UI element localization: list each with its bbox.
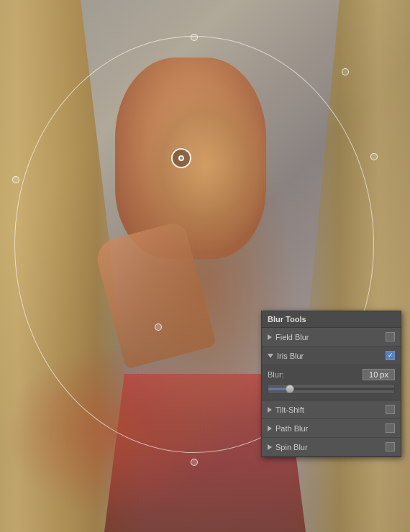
slider-thumb[interactable] — [286, 385, 294, 393]
handle-right[interactable] — [370, 153, 378, 160]
handle-top[interactable] — [191, 34, 198, 41]
blur-slider[interactable] — [268, 384, 395, 394]
handle-top-right[interactable] — [342, 68, 349, 75]
tilt-shift-checkbox[interactable] — [386, 405, 395, 414]
path-blur-label: Path Blur — [275, 424, 386, 433]
tilt-shift-label: Tilt-Shift — [275, 405, 386, 414]
iris-blur-row[interactable]: Iris Blur — [262, 347, 401, 365]
iris-blur-controls: Blur: — [262, 365, 401, 400]
panel-title: Blur Tools — [268, 315, 306, 324]
blur-small-handle[interactable] — [155, 324, 162, 331]
tilt-shift-arrow — [268, 407, 272, 413]
field-blur-checkbox[interactable] — [386, 332, 395, 341]
iris-blur-label: Iris Blur — [277, 352, 386, 360]
path-blur-checkbox[interactable] — [386, 423, 395, 433]
field-blur-arrow — [268, 334, 272, 340]
spin-blur-checkbox[interactable] — [386, 442, 395, 451]
blur-value-row: Blur: — [268, 369, 395, 380]
tilt-shift-row[interactable]: Tilt-Shift — [262, 400, 401, 419]
path-blur-arrow — [268, 426, 272, 431]
blur-value-input[interactable] — [363, 369, 395, 380]
blur-bottom-handle[interactable] — [191, 459, 198, 466]
spin-blur-label: Spin Blur — [275, 443, 386, 451]
field-blur-row[interactable]: Field Blur — [262, 328, 401, 347]
field-blur-label: Field Blur — [275, 333, 386, 341]
spin-blur-row[interactable]: Spin Blur — [262, 438, 401, 457]
blur-label: Blur: — [268, 370, 284, 379]
iris-blur-checkbox[interactable] — [386, 351, 395, 360]
handle-left[interactable] — [12, 176, 19, 183]
path-blur-row[interactable]: Path Blur — [262, 419, 401, 438]
spin-blur-arrow — [268, 444, 272, 450]
iris-blur-arrow — [268, 354, 273, 358]
panel-header: Blur Tools — [262, 311, 401, 328]
blur-center-control[interactable] — [171, 148, 191, 168]
blur-center-dot — [178, 155, 184, 161]
blur-tools-panel: Blur Tools Field Blur Iris Blur Blur: Ti… — [261, 311, 401, 457]
